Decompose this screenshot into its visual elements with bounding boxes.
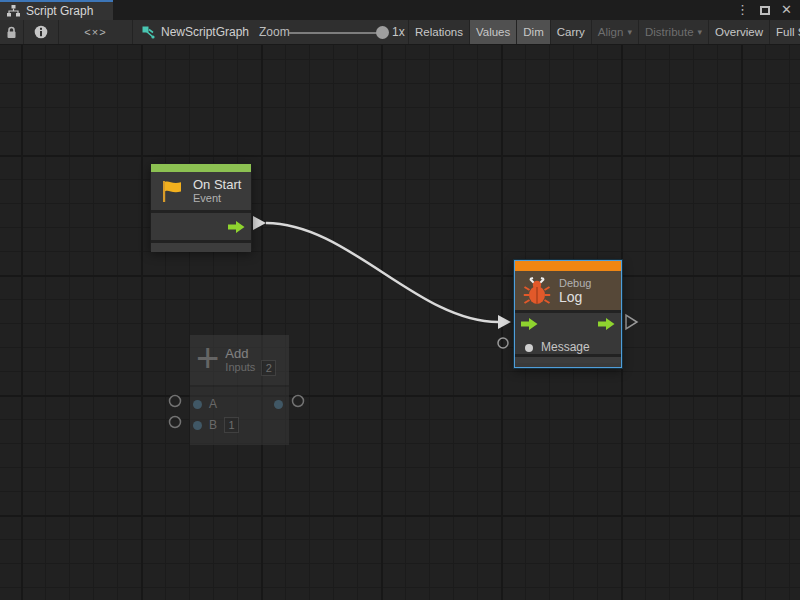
add-node-body: A B 1 (190, 385, 289, 445)
event-accent-bar (151, 164, 251, 172)
lock-icon (6, 26, 17, 39)
debug-accent-bar (515, 261, 621, 271)
connection-layer (0, 45, 800, 600)
zoom-slider-track[interactable] (289, 32, 385, 34)
titlebar: Script Graph ⋮ ✕ (0, 0, 800, 20)
wire-end-arrow-icon[interactable] (498, 315, 511, 329)
trigger-input-port-icon[interactable] (521, 318, 538, 330)
debug-log-header: Debug Log (515, 271, 621, 310)
wire-start-arrow-icon[interactable] (253, 216, 266, 230)
chevron-down-icon: ▾ (627, 27, 632, 37)
maximize-icon[interactable] (760, 6, 770, 15)
on-start-subtitle: Event (193, 192, 241, 205)
zoom-label: Zoom (259, 25, 290, 39)
code-view-button[interactable]: <×> (59, 20, 133, 44)
flag-icon (159, 178, 185, 204)
dim-button[interactable]: Dim (517, 20, 550, 44)
graph-asset[interactable]: NewScriptGraph (142, 20, 249, 44)
log-title: Log (559, 290, 591, 305)
align-dropdown[interactable]: Align ▾ (592, 20, 639, 44)
bug-icon (523, 276, 551, 306)
zoom-value: 1x (392, 25, 405, 39)
log-output-port-icon[interactable] (626, 315, 637, 329)
zoom-slider-handle[interactable] (376, 26, 389, 39)
on-start-title: On Start (193, 177, 241, 192)
close-icon[interactable]: ✕ (781, 0, 792, 20)
input-row-a: A (190, 395, 289, 413)
input-a-port-icon[interactable] (193, 400, 202, 409)
relations-button[interactable]: Relations (409, 20, 470, 44)
distribute-dropdown[interactable]: Distribute ▾ (639, 20, 709, 44)
script-graph-window: Script Graph ⋮ ✕ <×> (0, 0, 800, 600)
debug-log-footer (515, 354, 621, 363)
debug-log-node[interactable]: Debug Log Message (514, 260, 622, 368)
on-start-body (151, 210, 251, 240)
onstart-to-log-wire[interactable] (266, 223, 498, 322)
toolbar-button-group: Relations Values Dim Carry Align ▾ Distr… (408, 20, 800, 44)
message-port-label: Message (541, 340, 590, 354)
tab-label: Script Graph (26, 4, 93, 18)
input-b-label: B (209, 418, 217, 432)
chevron-down-icon: ▾ (698, 27, 703, 37)
menu-icon[interactable]: ⋮ (736, 0, 749, 20)
sum-output-port-icon[interactable] (274, 400, 283, 409)
input-b-value-field[interactable]: 1 (224, 417, 239, 433)
input-a-label: A (209, 397, 217, 411)
window-controls: ⋮ ✕ (736, 0, 792, 20)
debug-log-body: Message (515, 310, 621, 354)
on-start-node[interactable]: On Start Event (150, 163, 252, 251)
values-button[interactable]: Values (470, 20, 517, 44)
debug-category: Debug (559, 277, 591, 290)
add-node-preview[interactable]: + Add Inputs 2 A B 1 (190, 335, 289, 445)
carry-button[interactable]: Carry (551, 20, 592, 44)
fullscreen-button[interactable]: Full S (770, 20, 800, 44)
plus-icon: + (196, 338, 219, 378)
add-input-b-outer-port-icon[interactable] (170, 417, 181, 428)
add-subtitle: Inputs (225, 361, 255, 374)
message-input-port-icon[interactable] (525, 344, 533, 352)
toolbar: <×> NewScriptGraph Zoom 1x Relations Val… (0, 20, 800, 45)
inputs-count-field[interactable]: 2 (261, 360, 276, 376)
on-start-footer (151, 240, 251, 252)
script-graph-asset-icon (142, 26, 155, 39)
lock-button[interactable] (0, 20, 24, 44)
input-row-b: B 1 (190, 416, 289, 434)
trigger-output-port-icon[interactable] (228, 221, 245, 233)
add-input-a-outer-port-icon[interactable] (170, 396, 181, 407)
add-title: Add (225, 346, 255, 361)
code-icon: <×> (84, 26, 106, 38)
overview-button[interactable]: Overview (709, 20, 770, 44)
trigger-output-port-icon[interactable] (598, 318, 615, 330)
log-message-outer-port-icon[interactable] (498, 338, 508, 348)
info-icon (34, 25, 48, 39)
tab-script-graph[interactable]: Script Graph (0, 0, 113, 20)
graph-canvas[interactable]: On Start Event (0, 45, 800, 600)
on-start-header: On Start Event (151, 172, 251, 210)
info-button[interactable] (24, 20, 59, 44)
graph-name-label: NewScriptGraph (161, 25, 249, 39)
input-b-port-icon[interactable] (193, 421, 202, 430)
add-output-outer-port-icon[interactable] (293, 396, 304, 407)
add-node-header: + Add Inputs 2 (190, 335, 289, 385)
graph-window-icon (7, 5, 20, 17)
